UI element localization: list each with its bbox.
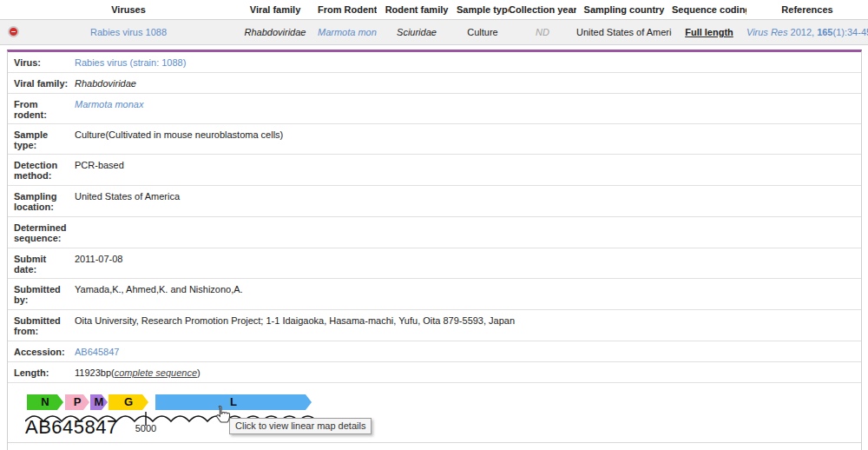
submitted-by-value: Yamada,K., Ahmed,K. and Nishizono,A.	[75, 279, 861, 309]
detail-row-related-publications: Related publications: Yamada K, Park CH,…	[8, 443, 861, 450]
virus-list-row: Rabies virus 1088 Rhabdoviridae Marmota …	[0, 19, 868, 45]
virus-strain-link[interactable]: Rabies virus (strain: 1088)	[75, 57, 186, 68]
map-tooltip: Click to view linear map details	[229, 418, 372, 434]
gene-segment-p[interactable]: P	[65, 394, 89, 410]
col-header-viruses: Viruses	[24, 4, 233, 15]
submit-date-label: Submit date:	[8, 248, 75, 278]
gene-segment-l[interactable]: L	[155, 394, 312, 410]
length-value: 11923bp(complete sequence)	[75, 362, 861, 382]
virus-value: Rabies virus (strain: 1088)	[75, 52, 861, 72]
detail-row-viral-family: Viral family: Rhabdoviridae	[8, 73, 861, 94]
col-header-viral-family: Viral family	[233, 4, 318, 15]
scale-label-5000: 5000	[130, 423, 161, 433]
col-header-sampling-country: Sampling country	[576, 4, 672, 15]
from-rodent-cell: Marmota monax	[318, 27, 377, 37]
viral-family-cell: Rhabdoviridae	[233, 27, 318, 37]
sample-type-cell: Culture	[457, 27, 509, 37]
rodent-family-cell: Sciuridae	[377, 27, 457, 37]
gene-segment-n[interactable]: N	[27, 394, 63, 410]
gene-segment-m[interactable]: M	[90, 394, 108, 410]
detail-row-submitted-by: Submitted by: Yamada,K., Ahmed,K. and Ni…	[8, 279, 861, 310]
viral-family-value: Rhabdoviridae	[75, 73, 861, 93]
sampling-location-label: Sampling location:	[8, 186, 75, 216]
rodent-species-link[interactable]: Marmota monax	[318, 27, 377, 37]
accession-value: AB645847	[75, 341, 861, 361]
sampling-location-value: United States of America	[75, 186, 861, 216]
collection-year-cell: ND	[509, 27, 576, 37]
sample-type-label: Sample type:	[8, 124, 75, 154]
map-accession-label: AB645847	[25, 416, 118, 439]
virus-link[interactable]: Rabies virus 1088	[90, 27, 167, 37]
reference-link[interactable]: Virus Res 2012, 165(1):34-45	[746, 27, 868, 37]
submit-date-value: 2011-07-08	[75, 248, 861, 278]
list-header-row: Viruses Viral family From Rodent Rodent …	[0, 0, 868, 19]
genome-map: LGMPN AB645847 5000 10000 Click to view …	[8, 383, 861, 443]
detection-method-value: PCR-based	[75, 155, 861, 185]
submitted-from-label: Submitted from:	[8, 310, 75, 341]
col-header-references: References	[746, 4, 868, 15]
minus-dash	[11, 31, 16, 33]
detection-method-label: Detection method:	[8, 155, 75, 185]
detail-row-length: Length: 11923bp(complete sequence)	[8, 362, 861, 383]
related-publications-value: Yamada K, Park CH, Noguchi K, Kojima D, …	[75, 443, 861, 450]
from-rodent-label: From rodent:	[8, 94, 75, 123]
detail-row-determined-sequence: Determined sequence:	[8, 217, 861, 248]
accession-link[interactable]: AB645847	[75, 347, 119, 357]
rodent-detail-link[interactable]: Marmota monax	[75, 99, 143, 109]
col-header-rodent-family: Rodent family	[377, 4, 457, 15]
col-header-collection-year: Collection year	[509, 4, 576, 15]
determined-sequence-value	[75, 217, 861, 248]
detail-row-submitted-from: Submitted from: Oita University, Researc…	[8, 310, 861, 341]
sampling-country-cell: United States of America	[576, 27, 672, 37]
detail-row-virus: Virus: Rabies virus (strain: 1088)	[8, 52, 861, 73]
sequence-coding-cell: Full length	[672, 27, 746, 37]
virus-detail-card: Virus: Rabies virus (strain: 1088) Viral…	[7, 50, 862, 450]
col-header-from-rodent: From Rodent	[318, 4, 377, 15]
detail-row-from-rodent: From rodent: Marmota monax	[8, 94, 861, 124]
from-rodent-value: Marmota monax	[75, 94, 861, 123]
viral-family-label: Viral family:	[8, 73, 75, 93]
references-cell: Virus Res 2012, 165(1):34-45	[746, 27, 868, 37]
virus-database-page: Viruses Viral family From Rodent Rodent …	[0, 0, 868, 450]
detail-row-accession: Accession: AB645847	[8, 341, 861, 362]
full-length-link[interactable]: Full length	[685, 27, 733, 37]
detail-row-sample-type: Sample type: Culture(Cultivated in mouse…	[8, 124, 861, 155]
complete-sequence-link[interactable]: complete sequence	[115, 367, 197, 378]
length-label: Length:	[8, 362, 75, 382]
virus-cell: Rabies virus 1088	[24, 27, 233, 37]
detail-row-detection-method: Detection method: PCR-based	[8, 155, 861, 186]
submitted-from-value: Oita University, Research Promotion Proj…	[75, 310, 861, 341]
virus-label: Virus:	[8, 52, 75, 72]
row-collapse-cell	[0, 26, 24, 39]
virus-list-table: Viruses Viral family From Rodent Rodent …	[0, 0, 868, 45]
collapse-row-icon[interactable]	[8, 26, 19, 37]
determined-sequence-label: Determined sequence:	[8, 217, 75, 248]
submitted-by-label: Submitted by:	[8, 279, 75, 309]
detail-row-submit-date: Submit date: 2011-07-08	[8, 248, 861, 279]
sample-type-value: Culture(Cultivated in mouse neuroblastom…	[75, 124, 861, 154]
detail-row-sampling-location: Sampling location: United States of Amer…	[8, 186, 861, 217]
col-header-sequence-coding: Sequence coding	[672, 4, 746, 15]
col-header-sample-type: Sample type	[457, 4, 509, 15]
hand-cursor-icon	[213, 404, 232, 427]
accession-label: Accession:	[8, 341, 75, 361]
related-publications-label: Related publications:	[8, 443, 75, 450]
gene-segment-g[interactable]: G	[108, 394, 148, 410]
